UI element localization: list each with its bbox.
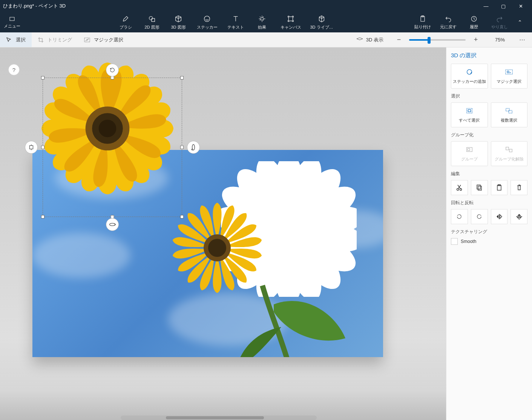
tool-2d-shapes[interactable]: 2D 図形 [141,15,163,30]
section-texture-label: テクスチャリング [451,229,527,235]
group-card: グループ [451,141,488,166]
svg-rect-29 [506,147,509,150]
svg-rect-33 [477,185,480,189]
section-rotate-label: 回転と反転 [451,200,527,206]
smooth-checkbox[interactable] [451,238,458,245]
canvas-stage[interactable]: ? [0,47,446,420]
window-title: ひまわり.png* - ペイント 3D [3,3,481,9]
svg-point-31 [457,189,459,191]
svg-rect-30 [509,149,512,152]
ribbon-right-tools: 貼り付け 元に戻す 履歴 やり直し ⌃ [412,15,532,30]
svg-rect-2 [152,18,155,21]
history-button[interactable]: 履歴 [463,15,484,30]
redo-button: やり直し [489,15,510,30]
delete-button[interactable] [511,180,527,195]
select-tool-label: 選択 [16,37,26,43]
svg-point-3 [204,16,210,21]
depth-handle-icon[interactable] [25,141,38,154]
side-panel: 3D の選択 ステッカーの追加 マジック選択 選択 すべて選択 複数選択 グルー… [446,47,532,420]
select-all-card[interactable]: すべて選択 [451,102,488,127]
selected-sunflower-object[interactable] [41,63,173,194]
smooth-checkbox-row[interactable]: Smooth [451,238,527,245]
smooth-label: Smooth [461,239,476,244]
titlebar: ひまわり.png* - ペイント 3D — ▢ ✕ [0,0,532,12]
copy-button[interactable] [471,180,488,195]
resize-handle-w[interactable] [41,146,44,149]
more-options-icon[interactable]: ⋯ [512,36,532,43]
minimize-button[interactable]: — [481,3,491,9]
help-button[interactable]: ? [8,64,20,75]
magic-select-card[interactable]: マジック選択 [491,64,528,89]
resize-handle-ne[interactable] [180,76,184,79]
tool-sticker[interactable]: ステッカー [194,15,220,30]
svg-rect-24 [468,110,471,112]
svg-point-19 [192,145,195,150]
zoom-in-button[interactable]: + [471,36,481,44]
svg-point-32 [460,189,462,191]
paste-button[interactable]: 貼り付け [412,15,433,30]
zoom-slider[interactable] [409,39,466,41]
resize-handle-se[interactable] [180,215,184,218]
tool-effects[interactable]: 効果 [251,15,273,30]
zoom-out-button[interactable]: − [394,36,404,44]
zoom-controls: − + 75% [394,36,509,44]
tool-brush[interactable]: ブラシ [115,15,136,30]
magic-select-card-label: マジック選択 [497,79,521,84]
workspace: ? [0,47,532,420]
ribbon-collapse-icon[interactable]: ⌃ [515,19,525,25]
ungroup-card: グループ化解除 [491,141,528,166]
tool-canvas-label: キャンバス [281,24,301,30]
tool-3d-library[interactable]: 3D ライブ… [308,15,335,30]
redo-label: やり直し [491,24,508,30]
section-select-label: 選択 [451,93,527,99]
svg-rect-23 [466,108,472,113]
flip-vertical-button[interactable] [511,209,527,224]
magic-select-tool[interactable]: マジック選択 [78,32,129,47]
view-3d-toggle[interactable]: 3D 表示 [356,37,394,43]
svg-rect-5 [289,17,293,21]
tool-sticker-label: ステッカー [197,24,218,30]
resize-handle-e[interactable] [180,146,184,149]
tool-3d-shapes[interactable]: 3D 図形 [167,15,189,30]
help-icon: ? [12,67,15,73]
svg-rect-35 [497,185,501,190]
rotate-y-handle-icon[interactable] [106,218,119,231]
tool-text[interactable]: テキスト [225,15,247,30]
scrollbar-thumb[interactable] [166,416,264,419]
paste-sidepanel-button[interactable] [491,180,508,195]
tool-canvas[interactable]: キャンバス [277,15,304,30]
zoom-percent: 75% [486,37,505,43]
svg-point-13 [208,239,226,257]
rotate-x-handle-icon[interactable] [187,141,200,154]
resize-handle-n[interactable] [111,76,114,79]
tool-text-label: テキスト [227,24,244,30]
svg-point-16 [99,120,117,137]
rotate-ccw-button[interactable] [471,209,488,224]
window-buttons: — ▢ ✕ [481,3,529,9]
crop-tool[interactable]: トリミング [32,32,78,47]
resize-handle-sw[interactable] [41,215,44,218]
select-tool[interactable]: 選択 [0,32,32,47]
zoom-slider-thumb[interactable] [428,37,431,44]
horizontal-scrollbar[interactable] [121,415,317,420]
cut-button[interactable] [451,180,468,195]
rotate-z-handle-icon[interactable] [106,64,119,76]
group-label: グループ [461,156,478,162]
multi-select-card[interactable]: 複数選択 [491,102,528,127]
resize-handle-nw[interactable] [41,76,44,79]
add-sticker-card[interactable]: ステッカーの追加 [451,64,488,89]
maximize-button[interactable]: ▢ [498,3,509,9]
tool-effects-label: 効果 [258,24,266,30]
view-3d-label: 3D 表示 [366,37,383,43]
close-button[interactable]: ✕ [515,3,526,9]
side-panel-title: 3D の選択 [451,52,527,59]
undo-button[interactable]: 元に戻す [438,15,459,30]
svg-rect-18 [30,146,33,149]
flip-horizontal-button[interactable] [491,209,508,224]
rotate-cw-button[interactable] [451,209,468,224]
svg-rect-28 [468,148,470,151]
crop-tool-label: トリミング [48,37,72,43]
menu-button[interactable]: メニュー [0,16,24,29]
ungroup-label: グループ化解除 [495,156,524,162]
svg-point-22 [507,71,509,73]
